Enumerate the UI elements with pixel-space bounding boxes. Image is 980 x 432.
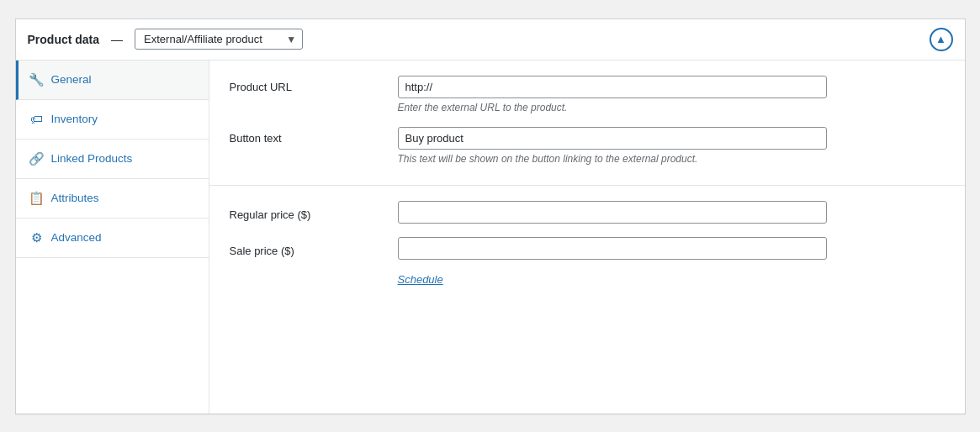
product-type-select[interactable]: Simple productGrouped productExternal/Af… — [135, 29, 303, 50]
main-content: Product URL Enter the external URL to th… — [209, 61, 965, 414]
button-text-hint: This text will be shown on the button li… — [398, 153, 945, 165]
product-data-title: Product data — [28, 33, 100, 46]
regular-price-field — [398, 201, 945, 224]
sidebar-item-advanced[interactable]: ⚙ Advanced — [16, 219, 209, 258]
button-text-label: Button text — [230, 127, 398, 145]
sale-price-field — [398, 237, 945, 260]
product-url-row: Product URL Enter the external URL to th… — [230, 76, 945, 113]
sidebar-label-inventory: Inventory — [51, 113, 98, 125]
sidebar-label-attributes: Attributes — [51, 192, 99, 204]
sidebar-label-advanced: Advanced — [51, 231, 102, 244]
sidebar-item-inventory[interactable]: 🏷 Inventory — [16, 100, 209, 140]
product-url-label: Product URL — [230, 76, 398, 93]
sidebar-item-linked-products[interactable]: 🔗 Linked Products — [16, 140, 209, 179]
product-url-hint: Enter the external URL to the product. — [398, 102, 945, 113]
button-text-field: This text will be shown on the button li… — [398, 127, 945, 165]
sidebar-item-general[interactable]: 🔧 General — [16, 61, 209, 100]
sidebar-item-attributes[interactable]: 📋 Attributes — [16, 179, 209, 219]
product-data-body: 🔧 General 🏷 Inventory 🔗 Linked Products … — [16, 61, 965, 414]
product-url-field: Enter the external URL to the product. — [398, 76, 945, 113]
regular-price-row: Regular price ($) — [230, 201, 945, 224]
sidebar: 🔧 General 🏷 Inventory 🔗 Linked Products … — [16, 61, 209, 414]
collapse-button[interactable]: ▲ — [930, 28, 953, 51]
header-dash: — — [111, 33, 123, 46]
product-type-wrapper: Simple productGrouped productExternal/Af… — [135, 29, 303, 50]
product-url-section: Product URL Enter the external URL to th… — [209, 61, 965, 186]
sale-price-label: Sale price ($) — [230, 240, 398, 257]
regular-price-input[interactable] — [398, 201, 827, 224]
title-area: Product data — Simple productGrouped pro… — [28, 29, 304, 50]
sale-price-input[interactable] — [398, 237, 827, 260]
table-icon: 📋 — [29, 191, 45, 206]
schedule-link[interactable]: Schedule — [398, 273, 945, 286]
sidebar-label-general: General — [51, 73, 92, 86]
product-url-input[interactable] — [398, 76, 827, 98]
link-icon: 🔗 — [29, 151, 45, 166]
gear-icon: ⚙ — [29, 230, 45, 245]
price-section: Regular price ($) Sale price ($) Schedul… — [209, 186, 965, 301]
wrench-icon: 🔧 — [29, 72, 45, 87]
sale-price-row: Sale price ($) — [230, 237, 945, 260]
regular-price-label: Regular price ($) — [230, 203, 398, 221]
product-data-header: Product data — Simple productGrouped pro… — [16, 19, 965, 61]
button-text-row: Button text This text will be shown on t… — [230, 127, 945, 165]
sidebar-label-linked-products: Linked Products — [51, 152, 133, 165]
product-data-box: Product data — Simple productGrouped pro… — [15, 18, 966, 414]
button-text-input[interactable] — [398, 127, 827, 150]
collapse-icon: ▲ — [935, 33, 946, 45]
tag-icon: 🏷 — [29, 112, 45, 127]
